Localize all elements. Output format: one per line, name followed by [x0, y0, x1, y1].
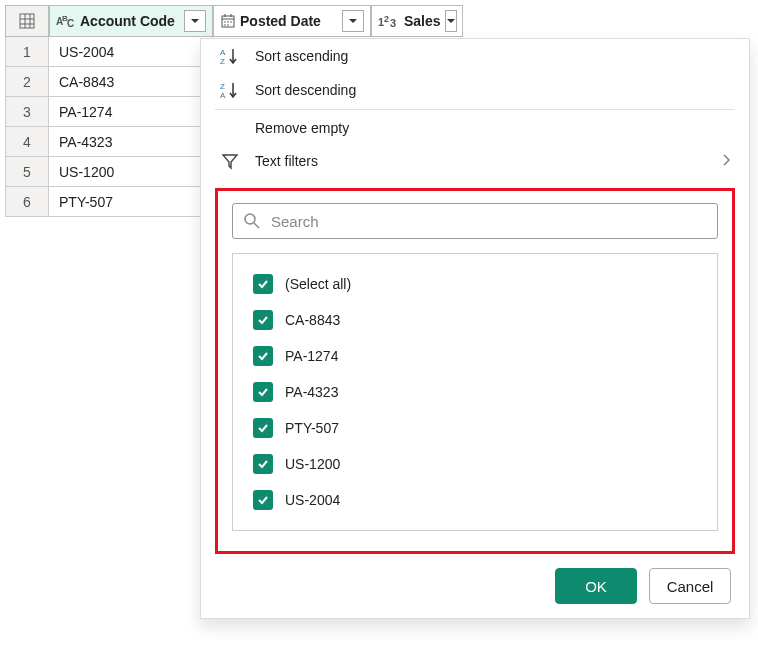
- column-filter-button[interactable]: [342, 10, 364, 32]
- data-cell[interactable]: PA-1274: [49, 97, 213, 127]
- filter-option-label: CA-8843: [285, 312, 340, 328]
- chevron-down-icon: [348, 16, 358, 26]
- filter-option[interactable]: (Select all): [249, 266, 701, 302]
- menu-label: Remove empty: [255, 120, 349, 136]
- column-header-sales[interactable]: 123 Sales: [371, 5, 463, 37]
- svg-point-14: [230, 21, 232, 23]
- filter-option-label: US-2004: [285, 492, 340, 508]
- svg-text:Z: Z: [220, 57, 225, 65]
- row-number-header[interactable]: [5, 5, 49, 37]
- sort-descending-item[interactable]: ZA Sort descending: [201, 73, 749, 107]
- filter-option-label: PA-1274: [285, 348, 338, 364]
- search-icon: [243, 212, 261, 230]
- menu-label: Text filters: [255, 153, 318, 169]
- filter-option[interactable]: PA-4323: [249, 374, 701, 410]
- date-type-icon: [220, 13, 236, 29]
- chevron-right-icon: [721, 153, 731, 170]
- svg-text:3: 3: [390, 17, 396, 29]
- menu-label: Sort descending: [255, 82, 356, 98]
- row-number-cell[interactable]: 5: [5, 157, 49, 187]
- svg-point-12: [224, 21, 226, 23]
- svg-point-26: [245, 214, 255, 224]
- number-type-icon: 123: [378, 13, 400, 29]
- remove-empty-item[interactable]: Remove empty: [201, 112, 749, 144]
- data-cell[interactable]: US-2004: [49, 37, 213, 67]
- button-label: Cancel: [667, 578, 714, 595]
- column-header-account-code[interactable]: ABC Account Code: [49, 5, 213, 37]
- column-filter-button[interactable]: [184, 10, 206, 32]
- row-number-cell[interactable]: 2: [5, 67, 49, 97]
- row-number-cell[interactable]: 1: [5, 37, 49, 67]
- filter-option-label: PA-4323: [285, 384, 338, 400]
- text-type-icon: ABC: [56, 13, 76, 29]
- column-label: Posted Date: [240, 13, 321, 29]
- row-number-cell[interactable]: 4: [5, 127, 49, 157]
- data-cell[interactable]: US-1200: [49, 157, 213, 187]
- filter-option[interactable]: US-2004: [249, 482, 701, 518]
- filter-options-list: (Select all)CA-8843PA-1274PA-4323PTY-507…: [232, 253, 718, 531]
- search-input[interactable]: [271, 213, 707, 230]
- svg-text:A: A: [220, 91, 226, 99]
- filter-option[interactable]: CA-8843: [249, 302, 701, 338]
- menu-label: Sort ascending: [255, 48, 348, 64]
- checkbox-checked-icon[interactable]: [253, 346, 273, 366]
- svg-text:Z: Z: [220, 82, 225, 91]
- cancel-button[interactable]: Cancel: [649, 568, 731, 604]
- svg-text:A: A: [220, 48, 226, 57]
- table-icon: [19, 13, 35, 29]
- svg-point-15: [224, 24, 226, 26]
- data-cell[interactable]: PTY-507: [49, 187, 213, 217]
- svg-point-13: [227, 21, 229, 23]
- filter-option[interactable]: US-1200: [249, 446, 701, 482]
- checkbox-checked-icon[interactable]: [253, 274, 273, 294]
- sort-asc-icon: AZ: [219, 47, 241, 65]
- chevron-down-icon: [190, 16, 200, 26]
- svg-line-27: [254, 223, 259, 228]
- search-box[interactable]: [232, 203, 718, 239]
- column-header-posted-date[interactable]: Posted Date: [213, 5, 371, 37]
- checkbox-checked-icon[interactable]: [253, 382, 273, 402]
- data-cell[interactable]: PA-4323: [49, 127, 213, 157]
- filter-option[interactable]: PTY-507: [249, 410, 701, 446]
- row-number-cell[interactable]: 6: [5, 187, 49, 217]
- column-label: Sales: [404, 13, 441, 29]
- checkbox-checked-icon[interactable]: [253, 490, 273, 510]
- column-header-row: ABC Account Code Posted Date 123 Sales: [5, 5, 753, 37]
- filter-dropdown-panel: AZ Sort ascending ZA Sort descending Rem…: [200, 38, 750, 619]
- ok-button[interactable]: OK: [555, 568, 637, 604]
- filter-option-label: US-1200: [285, 456, 340, 472]
- svg-text:2: 2: [384, 14, 389, 24]
- menu-separator: [215, 109, 735, 110]
- checkbox-checked-icon[interactable]: [253, 310, 273, 330]
- funnel-icon: [219, 152, 241, 170]
- row-number-cell[interactable]: 3: [5, 97, 49, 127]
- filter-values-area: (Select all)CA-8843PA-1274PA-4323PTY-507…: [215, 188, 735, 554]
- filter-option[interactable]: PA-1274: [249, 338, 701, 374]
- sort-desc-icon: ZA: [219, 81, 241, 99]
- filter-option-label: (Select all): [285, 276, 351, 292]
- checkbox-checked-icon[interactable]: [253, 454, 273, 474]
- column-filter-button[interactable]: [445, 10, 457, 32]
- svg-point-16: [227, 24, 229, 26]
- button-label: OK: [585, 578, 607, 595]
- dialog-buttons: OK Cancel: [201, 554, 749, 608]
- svg-text:C: C: [67, 18, 74, 29]
- svg-rect-0: [20, 14, 34, 28]
- checkbox-checked-icon[interactable]: [253, 418, 273, 438]
- filter-option-label: PTY-507: [285, 420, 339, 436]
- column-label: Account Code: [80, 13, 175, 29]
- data-cell[interactable]: CA-8843: [49, 67, 213, 97]
- sort-ascending-item[interactable]: AZ Sort ascending: [201, 39, 749, 73]
- text-filters-item[interactable]: Text filters: [201, 144, 749, 178]
- chevron-down-icon: [446, 16, 456, 26]
